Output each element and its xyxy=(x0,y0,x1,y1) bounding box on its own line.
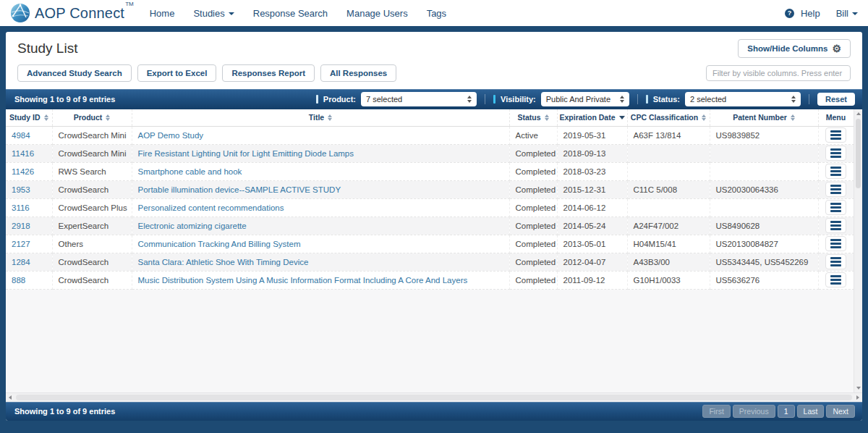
column-header-status[interactable]: Status xyxy=(509,109,557,126)
scroll-right-arrow-icon[interactable] xyxy=(856,395,859,400)
pagination-next[interactable]: Next xyxy=(826,405,855,418)
study-title-link[interactable]: AOP Demo Study xyxy=(138,131,204,140)
show-hide-columns-button[interactable]: Show/Hide Columns ⚙ xyxy=(738,39,851,58)
row-menu-button[interactable] xyxy=(825,182,846,197)
showing-entries-text: Showing 1 to 9 of 9 entries xyxy=(14,95,115,104)
column-header-study-id[interactable]: Study ID xyxy=(6,109,52,126)
menu-cell xyxy=(818,126,854,144)
pagination-previous[interactable]: Previous xyxy=(733,405,775,418)
column-header-label: Status xyxy=(517,113,540,122)
row-menu-button[interactable] xyxy=(825,164,846,179)
expiration-date-cell: 2018-03-23 xyxy=(557,162,627,180)
pagination-first[interactable]: First xyxy=(702,405,730,418)
nav-item-response-search[interactable]: Response Search xyxy=(253,8,328,19)
toolbar-button-responses-report[interactable]: Responses Report xyxy=(222,64,315,82)
sort-up-arrow-icon xyxy=(106,114,110,117)
filter-bar: Showing 1 to 9 of 9 entries Product: 7 s… xyxy=(6,89,862,109)
visibility-filter-select[interactable]: Public And Private xyxy=(541,92,629,106)
vertical-scroll-thumb[interactable] xyxy=(856,119,861,188)
scroll-left-arrow-icon[interactable] xyxy=(9,395,12,400)
study-id-link[interactable]: 1953 xyxy=(12,185,30,194)
study-id-link[interactable]: 3116 xyxy=(12,203,30,212)
status-filter-select[interactable]: 2 selected xyxy=(685,92,801,106)
study-title-link[interactable]: Fire Resistant Lighting Unit for Light E… xyxy=(138,149,354,158)
row-menu-button[interactable] xyxy=(825,272,846,287)
row-menu-button[interactable] xyxy=(825,146,846,161)
column-header-title[interactable]: Title xyxy=(132,109,509,126)
row-menu-button[interactable] xyxy=(825,236,846,251)
scroll-up-arrow-icon[interactable] xyxy=(856,112,861,115)
horizontal-scroll-thumb[interactable] xyxy=(16,395,852,400)
nav-item-tags[interactable]: Tags xyxy=(427,8,446,19)
table-row: 3116CrowdSearch PlusPersonalized content… xyxy=(6,198,854,216)
study-title-link[interactable]: Communication Tracking And Billing Syste… xyxy=(138,240,301,248)
card-header: Study List Show/Hide Columns ⚙ Advanced … xyxy=(6,32,862,89)
study-id-link[interactable]: 2127 xyxy=(12,240,30,248)
column-header-inner: Patent Number xyxy=(711,113,817,122)
nav-right: ? Help Bill xyxy=(785,8,858,19)
column-header-inner: Title xyxy=(133,113,509,122)
select-arrows-icon xyxy=(467,96,472,103)
study-title-link[interactable]: Santa Clara: Athletic Shoe With Timing D… xyxy=(138,258,309,266)
study-id-link[interactable]: 1284 xyxy=(12,258,30,266)
user-menu[interactable]: Bill xyxy=(836,8,858,19)
expiration-date-cell: 2011-09-12 xyxy=(557,271,627,289)
column-header-menu: Menu xyxy=(818,109,854,126)
nav-item-studies[interactable]: Studies xyxy=(193,8,234,19)
study-id-link[interactable]: 4984 xyxy=(12,131,30,140)
column-header-patent-number[interactable]: Patent Number xyxy=(710,109,818,126)
column-header-expiration-date[interactable]: Expiration Date xyxy=(557,109,627,126)
hamburger-bar-icon xyxy=(830,279,841,281)
study-id-link[interactable]: 11416 xyxy=(12,149,34,158)
scroll-down-arrow-icon[interactable] xyxy=(856,387,861,390)
study-id-link[interactable]: 2918 xyxy=(12,222,30,230)
status-cell: Completed xyxy=(509,216,557,235)
study-title-link[interactable]: Music Distribution System Using A Music … xyxy=(138,276,468,285)
study-title-link[interactable]: Electronic atomizing cigarette xyxy=(138,222,247,230)
row-menu-button[interactable] xyxy=(825,127,846,143)
vertical-scrollbar[interactable] xyxy=(854,109,862,392)
menu-cell xyxy=(818,144,854,162)
filter-input[interactable] xyxy=(706,65,851,81)
pagination-last[interactable]: Last xyxy=(797,405,825,418)
divider xyxy=(809,94,809,104)
study-title-link[interactable]: Personalized content recommendations xyxy=(138,203,284,212)
study-id-link[interactable]: 11426 xyxy=(12,167,34,176)
toolbar-button-export-to-excel[interactable]: Export to Excel xyxy=(137,64,217,82)
pagination: FirstPrevious1LastNext xyxy=(702,405,855,418)
row-menu-button[interactable] xyxy=(825,218,846,233)
study-title-link[interactable]: Smartphone cable and hook xyxy=(138,167,242,176)
product-filter-select[interactable]: 7 selected xyxy=(361,92,477,106)
sort-up-arrow-icon xyxy=(791,114,795,117)
horizontal-scrollbar[interactable] xyxy=(6,392,862,402)
column-header-inner: Study ID xyxy=(7,113,51,122)
row-menu-button[interactable] xyxy=(825,254,846,269)
nav-item-home[interactable]: Home xyxy=(150,8,175,19)
column-header-cpc-classification[interactable]: CPC Classification xyxy=(627,109,710,126)
title-cell: Personalized content recommendations xyxy=(132,198,509,216)
table-row: 1284CrowdSearchSanta Clara: Athletic Sho… xyxy=(6,253,854,271)
row-menu-button[interactable] xyxy=(825,200,846,215)
hamburger-bar-icon xyxy=(830,134,841,136)
title-cell: Electronic atomizing cigarette xyxy=(132,216,509,235)
help-link[interactable]: ? Help xyxy=(785,8,820,19)
title-cell: AOP Demo Study xyxy=(132,126,509,144)
reset-button[interactable]: Reset xyxy=(817,93,855,106)
toolbar-button-advanced-study-search[interactable]: Advanced Study Search xyxy=(17,64,132,82)
patent-number-cell xyxy=(710,162,818,180)
patent-number-cell: US8490628 xyxy=(710,216,818,235)
study-id-link[interactable]: 888 xyxy=(12,276,25,285)
column-header-product[interactable]: Product xyxy=(52,109,132,126)
expiration-date-cell: 2014-06-12 xyxy=(557,198,627,216)
brand[interactable]: AOP ConnectTM xyxy=(10,3,134,23)
caret-down-icon xyxy=(852,12,858,15)
title-cell: Portable illumination device--SAMPLE ACT… xyxy=(132,180,509,198)
study-id-cell: 888 xyxy=(6,271,52,289)
pagination-1[interactable]: 1 xyxy=(778,405,795,418)
nav-item-label: Studies xyxy=(193,8,224,19)
study-title-link[interactable]: Portable illumination device--SAMPLE ACT… xyxy=(138,185,341,194)
toolbar-button-all-responses[interactable]: All Responses xyxy=(320,64,396,82)
menu-cell xyxy=(818,271,854,289)
menu-cell xyxy=(818,180,854,198)
nav-item-manage-users[interactable]: Manage Users xyxy=(346,8,408,19)
